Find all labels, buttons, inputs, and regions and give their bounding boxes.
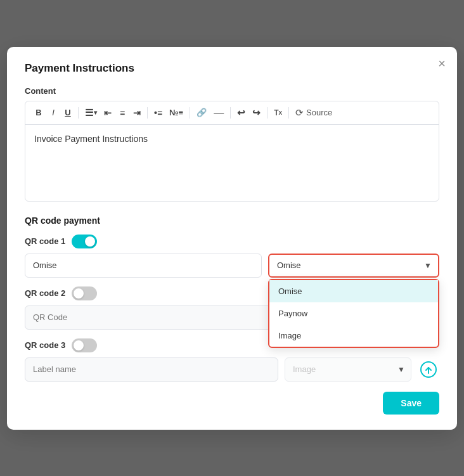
toolbar-insert: 🔗 — bbox=[193, 105, 227, 120]
qr3-label: QR code 3 bbox=[25, 340, 65, 350]
qr3-toggle[interactable] bbox=[72, 338, 97, 352]
undo-button[interactable]: ↩ bbox=[234, 105, 248, 120]
qr3-label-input[interactable] bbox=[25, 357, 278, 382]
qr3-select-wrap: Image ▼ bbox=[285, 357, 411, 382]
save-button[interactable]: Save bbox=[383, 392, 439, 415]
align-button[interactable]: ☰▾ bbox=[82, 105, 100, 120]
close-button[interactable]: × bbox=[438, 57, 446, 70]
toolbar-align: ☰▾ ⇤ ≡ ⇥ bbox=[82, 105, 144, 120]
content-label: Content bbox=[25, 86, 439, 96]
upload-icon-2 bbox=[420, 361, 437, 378]
rich-text-editor: B I U ☰▾ ⇤ ≡ ⇥ •≡ №≡ bbox=[25, 101, 439, 202]
bold-button[interactable]: B bbox=[32, 106, 46, 119]
numbered-list-button[interactable]: №≡ bbox=[166, 106, 186, 119]
qr2-toggle[interactable] bbox=[72, 286, 97, 300]
modal-footer: Save bbox=[25, 392, 439, 415]
qr1-option-omise[interactable]: Omise bbox=[269, 280, 438, 302]
align-right-button[interactable]: ⇥ bbox=[130, 106, 144, 120]
hr-button[interactable]: — bbox=[210, 105, 227, 120]
italic-button[interactable]: I bbox=[46, 106, 60, 119]
qr1-dropdown: Omise Paynow Image bbox=[268, 279, 439, 348]
qr-code-1-row: QR code 1 Omise ▼ Omise Paynow Image bbox=[25, 235, 439, 278]
qr1-option-paynow[interactable]: Paynow bbox=[269, 302, 438, 325]
toolbar-sep-4 bbox=[230, 107, 231, 119]
toolbar-text-format: B I U bbox=[32, 106, 75, 119]
toolbar-sep-2 bbox=[147, 107, 148, 119]
toolbar-sep-1 bbox=[78, 107, 79, 119]
bullet-list-button[interactable]: •≡ bbox=[151, 106, 165, 120]
redo-button[interactable]: ↪ bbox=[249, 105, 264, 120]
editor-content-area[interactable]: Invoice Payment Instructions bbox=[25, 125, 439, 201]
toolbar-list: •≡ №≡ bbox=[151, 106, 186, 120]
qr1-toggle[interactable] bbox=[72, 235, 97, 248]
align-left-button[interactable]: ⇤ bbox=[101, 106, 115, 120]
link-button[interactable]: 🔗 bbox=[193, 106, 210, 119]
qr1-selected-value: Omise bbox=[277, 261, 301, 270]
toolbar-sep-5 bbox=[267, 107, 267, 119]
qr1-chevron-icon: ▼ bbox=[424, 261, 432, 270]
qr1-fields: Omise ▼ Omise Paynow Image bbox=[25, 254, 439, 278]
qr-section-title: QR code payment bbox=[25, 215, 439, 226]
qr3-fields: Image ▼ bbox=[25, 357, 439, 382]
editor-toolbar: B I U ☰▾ ⇤ ≡ ⇥ •≡ №≡ bbox=[25, 101, 439, 125]
qr1-select-container: Omise ▼ Omise Paynow Image bbox=[268, 254, 439, 278]
qr1-label: QR code 1 bbox=[25, 236, 65, 246]
source-label: Source bbox=[306, 108, 332, 117]
qr1-label-input[interactable] bbox=[25, 254, 262, 278]
modal-overlay: Payment Instructions × Content B I U ☰▾ … bbox=[0, 0, 464, 476]
qr2-label: QR code 2 bbox=[25, 288, 65, 298]
qr1-option-image[interactable]: Image bbox=[269, 325, 438, 347]
qr2-code-input[interactable] bbox=[25, 306, 278, 330]
toolbar-sep-6 bbox=[288, 107, 289, 119]
modal-title: Payment Instructions bbox=[25, 62, 439, 75]
toolbar-sep-3 bbox=[190, 107, 190, 119]
align-center-button[interactable]: ≡ bbox=[115, 106, 129, 120]
qr3-type-select[interactable]: Image bbox=[285, 357, 411, 382]
editor-text: Invoice Payment Instructions bbox=[34, 134, 148, 144]
qr3-upload-button[interactable] bbox=[418, 359, 439, 380]
qr1-select-display[interactable]: Omise ▼ bbox=[268, 254, 439, 278]
toolbar-history: ↩ ↪ bbox=[234, 105, 264, 120]
clear-format-button[interactable]: Tx bbox=[271, 106, 285, 119]
payment-instructions-modal: Payment Instructions × Content B I U ☰▾ … bbox=[7, 47, 457, 430]
source-icon: ⟳ bbox=[295, 107, 304, 119]
qr1-label-row: QR code 1 bbox=[25, 235, 439, 248]
underline-button[interactable]: U bbox=[61, 106, 75, 119]
source-button[interactable]: ⟳ Source bbox=[292, 105, 335, 120]
